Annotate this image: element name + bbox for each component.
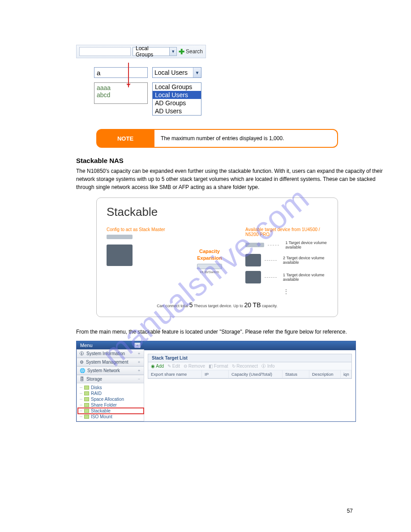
filter-results-list: aaaa abcd bbox=[94, 82, 148, 104]
search-button[interactable]: ✚ Search bbox=[179, 47, 203, 56]
edit-label: Edit bbox=[172, 364, 180, 369]
info-icon: 🛈 bbox=[80, 351, 84, 356]
gear-icon: ⚙ bbox=[80, 360, 84, 365]
arrow-annotation bbox=[128, 63, 129, 87]
nas-device-icon bbox=[107, 245, 133, 266]
left-caption: Config to act as Stack Master bbox=[107, 227, 174, 232]
diagram-footer: Can connect total 5 Thecus target device… bbox=[107, 301, 328, 309]
menu-section[interactable]: 🌐 System Network ＋ bbox=[77, 366, 144, 375]
col-iqn: iqn bbox=[341, 370, 351, 378]
expand-icon: ＋ bbox=[137, 351, 141, 356]
remove-button[interactable]: ⊖ Remove bbox=[184, 364, 205, 369]
menu-section[interactable]: 🗄 Storage － bbox=[77, 375, 144, 383]
instruction-paragraph: From the main menu, the stackable featur… bbox=[76, 328, 389, 336]
footer-text: capacity. bbox=[262, 304, 278, 308]
tree-label: Disks bbox=[91, 385, 102, 390]
disk-icon bbox=[84, 403, 89, 407]
stack-target-list: Stack Target List ◉ Add ✎ Edit ⊖ Remove … bbox=[148, 354, 352, 379]
search-scope-label: Local Groups bbox=[133, 45, 169, 58]
search-text-input[interactable] bbox=[79, 47, 131, 56]
menu-section-label: System Information bbox=[86, 351, 125, 356]
dropdown-option-selected[interactable]: Local Users bbox=[153, 91, 201, 99]
footer-big-number: 20 TB bbox=[244, 301, 261, 309]
page-number: 57 bbox=[347, 508, 353, 514]
collapse-icon[interactable]: « bbox=[134, 343, 141, 348]
connector-line bbox=[265, 277, 277, 278]
search-scope-select[interactable]: Local Groups ▼ bbox=[133, 47, 177, 56]
right-caption: Available target device from 1U4500 / N5… bbox=[245, 227, 328, 237]
reconnect-label: Reconnect bbox=[236, 364, 258, 369]
storage-tree: Disks RAID Space Allocation Share Folder… bbox=[77, 383, 144, 421]
col-description: Description bbox=[309, 370, 341, 378]
tree-label: Stackable bbox=[91, 408, 111, 413]
tree-item-iso[interactable]: ISO Mount bbox=[78, 414, 144, 420]
info-label: Info bbox=[267, 364, 275, 369]
search-button-label: Search bbox=[186, 48, 203, 55]
col-capacity: Capacity (Used/Total) bbox=[229, 370, 283, 378]
connector-line bbox=[265, 260, 277, 261]
admin-screenshot: Menu « 🛈 System Information ＋ ⚙ System M… bbox=[76, 341, 356, 422]
storage-icon: 🗄 bbox=[80, 377, 84, 382]
menu-section-label: System Network bbox=[87, 368, 120, 373]
footer-text: Thecus target device. Up to bbox=[194, 304, 244, 308]
reconnect-button[interactable]: ↻ Reconnect bbox=[232, 364, 258, 369]
tree-item-space[interactable]: Space Allocation bbox=[78, 396, 144, 402]
tree-label: Share Folder bbox=[91, 403, 117, 408]
info-button[interactable]: 🛈 Info bbox=[261, 364, 274, 369]
expansion-label: Expansion bbox=[197, 255, 222, 261]
target-device-icon bbox=[245, 243, 264, 247]
plus-icon: ✚ bbox=[179, 47, 184, 56]
footer-big-number: 5 bbox=[189, 301, 193, 309]
menu-section[interactable]: 🛈 System Information ＋ bbox=[77, 349, 144, 358]
menu-header: Menu « bbox=[77, 341, 144, 349]
expand-icon: ＋ bbox=[137, 359, 141, 365]
menu-section-label: System Management bbox=[86, 360, 128, 365]
search-bar: Local Groups ▼ ✚ Search bbox=[76, 45, 206, 58]
list-item[interactable]: abcd bbox=[97, 91, 145, 99]
hub-label: HUB/Switch bbox=[200, 270, 219, 274]
device-row-label: 1 Target device volume available bbox=[285, 240, 328, 249]
menu-section[interactable]: ⚙ System Management ＋ bbox=[77, 358, 144, 366]
dropdown-option[interactable]: AD Users bbox=[153, 107, 201, 115]
add-label: Add bbox=[156, 364, 164, 369]
scope-dropdown-open: Local Groups Local Users AD Groups AD Us… bbox=[152, 82, 201, 116]
footer-text: Can connect total bbox=[157, 304, 189, 308]
col-export-name: Export share name bbox=[148, 370, 202, 378]
tree-item-raid[interactable]: RAID bbox=[78, 390, 144, 396]
filter-input[interactable] bbox=[94, 67, 148, 78]
tree-label: ISO Mount bbox=[91, 414, 112, 419]
filter-scope-label: Local Users bbox=[153, 68, 193, 77]
tree-item-stackable[interactable]: Stackable bbox=[78, 408, 144, 414]
format-label: Format bbox=[214, 364, 228, 369]
hub-icon bbox=[197, 264, 222, 269]
add-button[interactable]: ◉ Add bbox=[151, 364, 164, 369]
expand-icon: ＋ bbox=[137, 368, 141, 373]
filter-scope-select[interactable]: Local Users ▼ bbox=[152, 67, 201, 78]
disk-icon bbox=[84, 391, 89, 395]
tree-item-disks[interactable]: Disks bbox=[78, 385, 144, 390]
tree-item-share[interactable]: Share Folder bbox=[78, 402, 144, 408]
intro-paragraph: The N10850's capacity can be expanded ev… bbox=[76, 167, 389, 191]
dropdown-option[interactable]: Local Groups bbox=[153, 83, 201, 91]
menu-title: Menu bbox=[80, 343, 93, 348]
disk-icon bbox=[84, 409, 89, 413]
col-status: Status bbox=[283, 370, 309, 378]
device-row-label: 2 Target device volume available bbox=[283, 256, 328, 265]
capacity-label: Capacity bbox=[199, 248, 220, 254]
edit-button[interactable]: ✎ Edit bbox=[167, 364, 180, 369]
col-ip: IP bbox=[202, 370, 229, 378]
disk-icon bbox=[84, 386, 89, 390]
ellipsis-icon: ⋮ bbox=[245, 288, 328, 295]
connector-line bbox=[268, 245, 279, 245]
expand-icon: － bbox=[137, 376, 141, 382]
tree-label: Space Allocation bbox=[91, 397, 124, 402]
table-header: Export share name IP Capacity (Used/Tota… bbox=[148, 370, 351, 378]
device-row-label: 1 Target device volume available bbox=[283, 273, 328, 282]
dropdown-option[interactable]: AD Groups bbox=[153, 99, 201, 107]
list-item[interactable]: aaaa bbox=[97, 84, 145, 91]
stackable-diagram: Stackable Config to act as Stack Master … bbox=[96, 197, 338, 317]
disk-icon bbox=[84, 397, 89, 401]
format-button[interactable]: ◧ Format bbox=[209, 364, 228, 369]
section-heading: Stackable NAS bbox=[76, 157, 389, 164]
chevron-down-icon: ▼ bbox=[193, 68, 201, 77]
